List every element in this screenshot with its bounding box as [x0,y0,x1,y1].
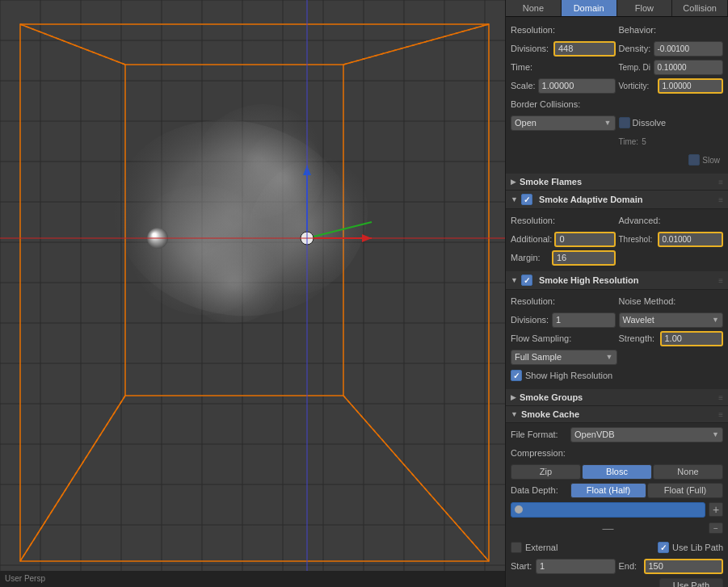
path-icon [515,505,523,514]
show-highres-label: Show High Resolution [525,371,612,380]
tab-domain[interactable]: Domain [562,0,617,16]
use-lib-path-checkbox[interactable]: ✓ [658,542,669,553]
use-lib-path-row: ✓ Use Lib Path [658,542,723,553]
behavior-label: Behavior: [619,25,724,35]
file-format-label: File Format: [511,430,567,439]
time-label: Time: [511,62,551,72]
use-path-btn[interactable]: Use Path [659,578,723,588]
show-highres-checkbox[interactable]: ✓ [511,370,522,381]
smoke-flames-title: Smoke Flames [520,177,582,187]
data-depth-label: Data Depth: [511,485,567,495]
tab-flow[interactable]: Flow [617,0,673,16]
external-label: External [525,543,558,552]
smoke-flames-arrow: ▶ [511,178,516,186]
smoke-adaptive-drag: ≡ [718,195,723,204]
noise-dropdown[interactable]: Wavelet ▼ [619,312,724,328]
highres-divisions-input[interactable]: 1 [552,312,616,328]
smoke-flames-header[interactable]: ▶ Smoke Flames ≡ [506,174,728,191]
additional-input[interactable]: 0 [554,232,615,247]
vorticity-input[interactable]: 1.00000 [658,78,724,94]
slow-checkbox[interactable] [688,154,700,166]
dissolve-time-label: Time: [619,137,639,146]
cache-path-bar[interactable] [511,502,705,518]
float-half-btn[interactable]: Float (Half) [570,483,646,498]
smoke-highres-arrow: ▼ [511,276,518,284]
smoke-cache-header[interactable]: ▼ Smoke Cache ≡ [506,406,728,423]
dissolve-label: Dissolve [633,118,667,128]
divisions-label: Divisions: [511,44,551,53]
none-btn[interactable]: None [653,464,723,480]
additional-label: Additional: [511,234,552,244]
strength-input[interactable]: 1.00 [660,331,724,346]
use-lib-path-label: Use Lib Path [672,543,723,552]
resolution-label: Resolution: [511,25,616,35]
smoke-highres-checkbox[interactable]: ✓ [521,275,532,286]
smoke-highres-title: Smoke High Resolution [539,275,638,285]
scale-label: Scale: [511,81,536,90]
external-checkbox[interactable] [511,542,522,553]
strength-label: Strength: [619,333,658,343]
adaptive-resolution-label: Resolution: [511,216,616,225]
properties-panel: None Domain Flow Collision Resolution: B… [505,0,728,587]
external-row: External [511,542,558,553]
smoke-adaptive-arrow: ▼ [511,195,518,203]
smoke-highres-header[interactable]: ▼ ✓ Smoke High Resolution ≡ [506,271,728,290]
smoke-groups-drag: ≡ [718,393,723,402]
resolution-behavior-section: Resolution: Behavior: Divisions: 448 Den… [506,17,728,174]
dissolve-checkbox[interactable] [619,117,630,128]
tab-bar: None Domain Flow Collision [506,0,728,17]
advanced-label: Advanced: [619,216,724,225]
smoke-cache-content: File Format: OpenVDB ▼ Compression: Zip … [506,423,728,587]
add-path-btn[interactable]: + [709,502,723,517]
remove-path-btn[interactable]: − [709,522,723,534]
start-label: Start: [511,561,533,571]
blosc-btn[interactable]: Blosc [582,464,652,480]
density-input[interactable]: -0.00100 [654,41,724,57]
threshold-label: Threshol: [619,235,655,244]
tab-none[interactable]: None [506,0,562,16]
smoke-groups-header[interactable]: ▶ Smoke Groups ≡ [506,389,728,406]
margin-input[interactable]: 16 [552,250,616,266]
end-input[interactable]: 150 [644,559,724,574]
highres-divisions-label: Divisions: [511,315,549,325]
smoke-cache-drag: ≡ [718,410,723,419]
temp-input[interactable]: 0.10000 [654,60,724,75]
border-collisions-dropdown[interactable]: Open ▼ [511,115,616,131]
float-full-btn[interactable]: Float (Full) [647,483,723,498]
tab-collision[interactable]: Collision [672,0,728,16]
flow-dropdown[interactable]: Full Sample ▼ [511,350,617,365]
end-label: End: [619,561,642,571]
scale-input[interactable]: 1.00000 [538,78,616,94]
file-format-dropdown[interactable]: OpenVDB ▼ [570,427,723,442]
threshold-input[interactable]: 0.01000 [658,232,724,247]
dissolve-time-value: 5 [642,137,646,146]
viewport[interactable] [0,0,505,587]
flow-sampling-label: Flow Sampling: [511,333,616,343]
smoke-cache-arrow: ▼ [511,410,518,418]
smoke-adaptive-content: Resolution: Advanced: Additional: 0 Thre… [506,209,728,271]
noise-method-label: Noise Method: [619,296,724,306]
smoke-adaptive-title: Smoke Adaptive Domain [539,195,643,204]
divisions-input[interactable]: 448 [553,41,616,57]
smoke-cache-title: Smoke Cache [521,409,579,419]
temp-label: Temp. Di [619,63,651,72]
compression-label: Compression: [511,448,566,458]
density-label: Density: [619,44,651,53]
zip-btn[interactable]: Zip [511,464,581,480]
highres-resolution-label: Resolution: [511,296,616,306]
margin-label: Margin: [511,253,549,262]
smoke-flames-drag: ≡ [718,178,723,187]
border-collisions-label: Border Collisions: [511,99,580,109]
smoke-highres-drag: ≡ [718,276,723,285]
smoke-adaptive-checkbox[interactable]: ✓ [521,194,532,205]
smoke-groups-title: Smoke Groups [520,392,583,402]
smoke-highres-content: Resolution: Noise Method: Divisions: 1 W… [506,290,728,389]
start-input[interactable]: 1 [536,559,616,574]
smoke-groups-arrow: ▶ [511,393,516,401]
vorticity-label: Vorticity: [619,82,655,90]
slow-label: Slow [702,156,720,165]
path-separator: — [603,522,614,535]
smoke-adaptive-header[interactable]: ▼ ✓ Smoke Adaptive Domain ≡ [506,191,728,209]
